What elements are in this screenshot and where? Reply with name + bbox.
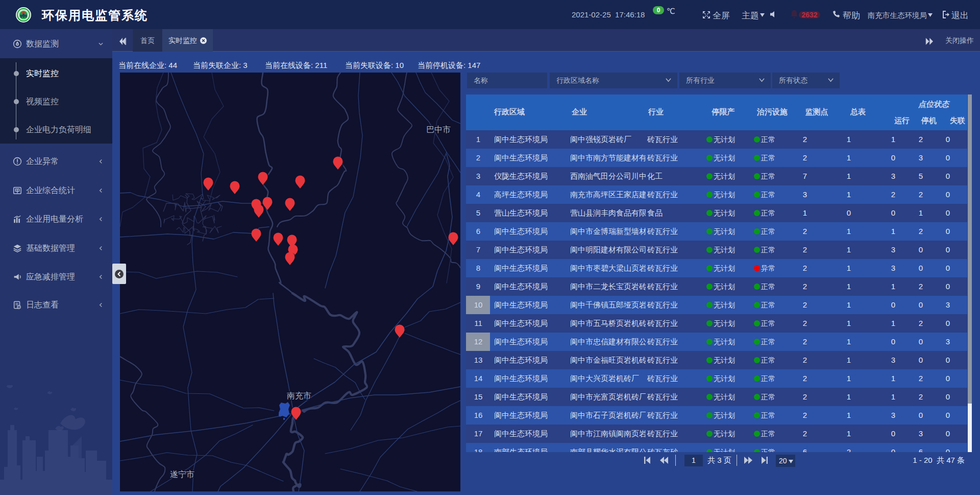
svg-text:巴中市: 巴中市: [426, 125, 451, 134]
svg-text:南充市: 南充市: [287, 391, 311, 400]
svg-text:遂宁市: 遂宁市: [170, 470, 194, 479]
